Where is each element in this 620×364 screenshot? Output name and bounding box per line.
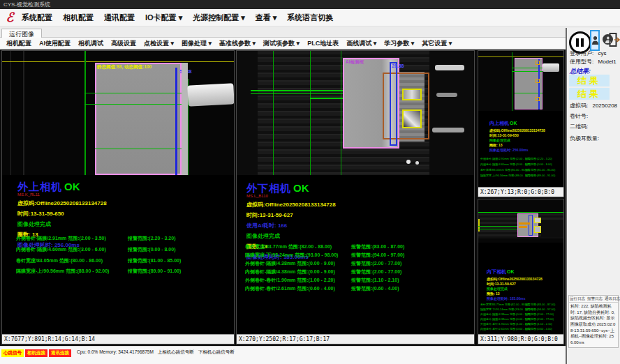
tool-learning-params[interactable]: 学习参数 ▾ <box>384 39 414 48</box>
pause-icon <box>581 38 584 47</box>
tool-baseline-params[interactable]: 基准线参数 ▾ <box>219 39 256 48</box>
measurement-text: 卷针宽度/83.77mm 范围:(82.00 - 88.00) <box>480 303 525 306</box>
measurement-row: 内侧卷针-隔膜/4.38mm 范围:(0.00 - 9.00) 报警范围:(2.… <box>480 317 564 321</box>
time-line: 时间:13-31-59-627 <box>246 211 336 219</box>
alarm-range-text: 报警范围:(2.00 - 77.00) <box>351 268 401 275</box>
measure-blue-line <box>175 68 177 175</box>
measure-blue-box <box>529 215 533 236</box>
menu-light-config[interactable]: 光源控制配置 ▾ <box>193 13 245 23</box>
measurement-row: 隔膜宽度-上/90.56mm 范围:(88.00 - 92.00) 报警范围:(… <box>16 268 181 275</box>
tool-other-settings[interactable]: 其它设置 ▾ <box>422 39 452 48</box>
marker-orange-label <box>519 226 527 228</box>
machine-bright-dot <box>406 160 411 164</box>
time-line: 时间:13-31-59-650 <box>17 210 107 218</box>
measurement-text: 隔膜宽度-上/90.56mm 范围:(88.00 - 92.00) <box>480 174 525 177</box>
tool-test-item-params[interactable]: 测试项参数 ▾ <box>263 39 300 48</box>
camera-image-lower[interactable]: AI检测框 28.88 <box>237 51 475 175</box>
exit-button[interactable] <box>609 32 620 47</box>
login-user-button[interactable] <box>590 30 600 51</box>
camera-title: 内上相机 <box>489 120 509 127</box>
measurement-row: 内侧卷针-隔膜/4.60mm 范围:(3.00 - 6.00) 报警范围:(0.… <box>16 246 175 253</box>
tool-camera-config[interactable]: 相机配置 <box>6 39 31 48</box>
measurement-row: 卷针宽度/83.77mm 范围:(82.00 - 88.00) 报警范围:(83… <box>245 243 404 250</box>
overlay-yellow-vline <box>478 219 480 232</box>
virtual-code-label: 虚拟码: <box>570 103 588 109</box>
menu-system-config[interactable]: 系统配置 <box>22 13 52 23</box>
measurement-text: 内侧卷针-隔膜/4.60mm 范围:(3.00 - 6.00) <box>480 162 525 166</box>
tool-camera-debug[interactable]: 相机调试 <box>78 39 103 48</box>
camera-link-badge: 相机连接 <box>25 349 47 357</box>
electrode-tab-blob <box>542 63 559 72</box>
overlay-yellow-line <box>478 56 564 57</box>
alarm-range-text: 报警范围:(94.00 - 97.00) <box>525 308 555 311</box>
threshold-overlay-label: 静态阈值:93, 动态阈值:100 <box>97 64 152 70</box>
elapsed-line: 图像处理耗时: 183.00ms <box>487 296 542 301</box>
exit-door-icon <box>609 32 620 47</box>
menu-camera-config[interactable]: 相机配置 <box>63 13 94 23</box>
marker-orange-box <box>536 97 540 101</box>
overlay-green-vline <box>273 51 274 175</box>
camera-image-inner-upper[interactable] <box>478 52 564 111</box>
tab-strip: 运行图像 <box>0 26 620 38</box>
overlay-green-vline <box>84 51 86 175</box>
upper-camera-heartbeat-text: 上相机心跳信号断 <box>158 349 194 356</box>
overlay-green-vline <box>341 51 341 175</box>
pin-number-row: 卷针号: <box>570 112 588 120</box>
camera-image-inner-lower[interactable] <box>478 199 564 243</box>
processing-done-line: 图像处理完成 <box>487 287 542 291</box>
heartbeat-badge: 心跳信号 <box>1 349 24 357</box>
measurement-row: 外侧卷针-卷针/1.90mm 范围:(1.00 - 2.20) 报警范围:(1.… <box>480 322 564 326</box>
ai-elapsed-line: 使用AI耗时: 166 <box>246 222 336 229</box>
log-panel: 运行日志 报警日志 通讯日志 耗时: 222, 缺陷检测耗时: 17, 缺陷分类… <box>568 295 619 348</box>
overlay-green-vline <box>512 52 512 111</box>
qr-code-row: 二维码: <box>570 123 588 130</box>
measurement-text: 隔膜宽度-下/95.24mm 范围:(93.00 - 98.00) <box>245 252 351 259</box>
tool-plc-address-table[interactable]: PLC地址表 <box>307 39 339 48</box>
camera-image-upper[interactable]: 静态阈值:93, 动态阈值:100 55.88 <box>2 51 235 175</box>
camera-ok-status: OK <box>64 181 80 192</box>
loop-count-line: 圈数: 13 <box>487 291 542 296</box>
overlay-green-hline <box>478 226 517 227</box>
tab-detect-yellow-box <box>402 89 422 100</box>
alarm-range-text: 报警范围:(2.00 - 77.00) <box>525 312 554 316</box>
measurement-row: 外侧卷针-隔膜/2.91mm 范围:(2.00 - 3.50) 报警范围:(2.… <box>16 235 175 242</box>
measure-value-label: 28.88 <box>392 63 404 68</box>
measurement-row: 隔膜宽度-上/90.56mm 范围:(88.00 - 92.00) 报警范围:(… <box>480 174 564 177</box>
measurement-row: 外侧卷针-卷针/1.90mm 范围:(1.00 - 2.20) 报警范围:(1.… <box>245 277 399 284</box>
tool-spot-check[interactable]: 点检设置 ▾ <box>144 39 174 48</box>
elapsed-line: 图像处理耗时: 256.00ms <box>489 148 545 152</box>
alarm-range-text: 报警范围:(0.00 - 8.00) <box>128 246 175 253</box>
pixel-coord-status: X:267;Y:13;R:0;G:0;B:0 <box>478 187 563 197</box>
virtual-code-value: 20250208 <box>592 103 617 109</box>
alarm-range-text: 报警范围:(1.10 - 2.10) <box>351 277 399 284</box>
tool-advanced-settings[interactable]: 高级设置 <box>111 39 136 48</box>
toolbar: 相机配置 AI使用配置 相机调试 高级设置 点检设置 ▾ 图像处理 ▾ 基准线参… <box>0 38 620 50</box>
window-titlebar: CYS-视觉检测系统 <box>0 0 620 9</box>
menu-io-config[interactable]: IO卡配置 ▾ <box>145 13 182 23</box>
overlay-green-hline <box>84 93 182 93</box>
tool-ai-usage-config[interactable]: AI使用配置 <box>39 39 71 48</box>
measurement-row: 外侧卷针-隔膜/2.91mm 范围:(2.00 - 3.50) 报警范围:(2.… <box>480 157 564 160</box>
log-tab-comm[interactable]: 通讯日志 <box>605 296 620 301</box>
marker-orange-box <box>536 79 540 83</box>
tool-line-debug[interactable]: 画线调试 ▾ <box>346 39 376 48</box>
alarm-range-text: 报警范围:(2.20 - 3.20) <box>128 235 175 242</box>
log-tab-alarm[interactable]: 报警日志 <box>587 296 603 301</box>
measurement-text: 卷针宽度/83.77mm 范围:(82.00 - 88.00) <box>245 243 351 250</box>
pause-icon <box>576 38 579 47</box>
measurement-text: 内侧卷针-隔膜/4.38mm 范围:(0.00 - 9.00) <box>480 317 525 321</box>
measurement-text: 隔膜宽度-下/95.24mm 范围:(93.00 - 98.00) <box>480 308 525 311</box>
processing-done-line: 图像处理完成 <box>246 232 336 240</box>
tab-count-label: 负极耳数量: <box>570 135 599 142</box>
virtual-code-line: 虚拟码:Offline20250208133134728 <box>487 277 542 281</box>
menu-language-switch[interactable]: 系统语言切换 <box>287 13 333 23</box>
measurement-text: 内侧卷针-隔膜/4.60mm 范围:(3.00 - 6.00) <box>16 246 128 253</box>
menu-view[interactable]: 查看 ▾ <box>256 13 277 23</box>
alarm-range-text: 报警范围:(83.00 - 87.00) <box>525 303 555 306</box>
menu-comm-config[interactable]: 通讯配置 <box>104 13 135 23</box>
time-line: 时间:13-31-59-627 <box>487 282 542 286</box>
log-tab-run[interactable]: 运行日志 <box>570 296 585 301</box>
camera-ok-status: OK <box>507 269 515 274</box>
measurement-row: 隔膜宽度-下/95.24mm 范围:(93.00 - 98.00) 报警范围:(… <box>480 308 564 311</box>
tool-image-processing[interactable]: 图像处理 ▾ <box>182 39 212 48</box>
